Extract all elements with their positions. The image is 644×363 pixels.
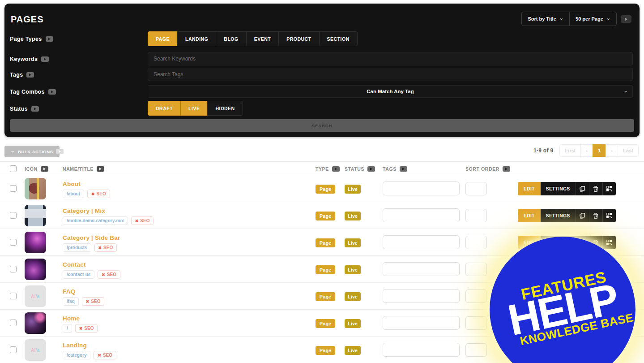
- help-video-icon[interactable]: [332, 166, 340, 172]
- row-sort-order-input[interactable]: [465, 343, 487, 357]
- edit-button[interactable]: EDIT: [518, 209, 541, 222]
- row-thumbnail[interactable]: Al'a: [25, 259, 46, 280]
- row-tags-input[interactable]: [383, 289, 460, 303]
- select-all-checkbox[interactable]: [10, 165, 17, 172]
- row-tags-input[interactable]: [383, 235, 460, 249]
- keywords-input[interactable]: [148, 52, 633, 65]
- pagination-range: 1-9 of 9: [533, 147, 553, 154]
- row-tags-input[interactable]: [383, 343, 460, 357]
- edit-button[interactable]: EDIT: [518, 182, 541, 195]
- type-badge: Page: [316, 265, 335, 274]
- row-thumbnail[interactable]: Al'a: [25, 178, 46, 199]
- pagination-page-1[interactable]: 1: [593, 144, 606, 157]
- help-video-icon[interactable]: [41, 56, 49, 62]
- tab-section[interactable]: SECTION: [319, 31, 358, 46]
- row-tags-input[interactable]: [383, 182, 460, 195]
- row-checkbox[interactable]: [10, 185, 17, 192]
- help-video-icon[interactable]: [367, 166, 375, 172]
- pagination-next[interactable]: ›: [606, 144, 618, 157]
- help-video-icon[interactable]: [26, 72, 34, 78]
- qr-grid-button[interactable]: [602, 182, 616, 195]
- page-name-link[interactable]: Home: [63, 315, 80, 322]
- page-name-link[interactable]: About: [63, 181, 81, 187]
- name-cell: Contact /contact-us ✖ SEO: [63, 260, 120, 279]
- tab-product[interactable]: PRODUCT: [278, 31, 319, 46]
- row-sort-order-input[interactable]: [465, 236, 487, 249]
- qr-grid-icon: [606, 240, 612, 245]
- tag-combos-select[interactable]: Can Match Any Tag ⌄: [148, 85, 633, 98]
- tags-search-input[interactable]: [148, 68, 633, 81]
- row-tags-input[interactable]: [383, 208, 460, 222]
- help-video-icon[interactable]: [400, 166, 407, 172]
- row-checkbox[interactable]: [10, 293, 17, 299]
- tab-blog[interactable]: BLOG: [216, 31, 246, 46]
- row-sort-order-input[interactable]: [465, 290, 487, 303]
- page-name-link[interactable]: Category | Mix: [63, 207, 105, 214]
- page-types-tabs: PAGE LANDING BLOG EVENT PRODUCT SECTION: [148, 31, 633, 46]
- row-thumbnail[interactable]: Al'a: [25, 312, 46, 334]
- help-video-icon[interactable]: [621, 15, 631, 23]
- page-name-link[interactable]: FAQ: [63, 288, 75, 295]
- row-actions: EDIT SETTINGS: [518, 209, 616, 222]
- x-mark-icon: ✖: [79, 326, 83, 331]
- row-checkbox[interactable]: [10, 320, 17, 326]
- seo-badge: ✖ SEO: [94, 351, 116, 359]
- delete-button[interactable]: [589, 182, 602, 195]
- duplicate-button[interactable]: [576, 182, 589, 195]
- row-checkbox[interactable]: [10, 346, 17, 353]
- per-page-dropdown[interactable]: 50 per Page ⌄: [569, 12, 616, 26]
- help-video-icon[interactable]: [97, 166, 104, 172]
- x-mark-icon: ✖: [86, 299, 90, 304]
- qr-grid-button[interactable]: [602, 209, 616, 222]
- help-video-icon[interactable]: [56, 149, 64, 154]
- status-live[interactable]: LIVE: [180, 101, 208, 116]
- status-tabs: DRAFT LIVE HIDDEN: [148, 101, 633, 116]
- slug-badge: /faq: [63, 297, 79, 306]
- tab-page[interactable]: PAGE: [148, 31, 178, 46]
- help-video-icon[interactable]: [46, 36, 53, 42]
- settings-button[interactable]: SETTINGS: [541, 182, 576, 195]
- row-tags-input[interactable]: [383, 316, 460, 330]
- duplicate-button[interactable]: [576, 209, 589, 222]
- qr-grid-icon: [606, 213, 612, 218]
- column-header-tags: TAGS: [383, 162, 407, 176]
- pagination-prev[interactable]: ‹: [580, 144, 593, 157]
- column-header-name: NAME/TITLE: [63, 162, 104, 176]
- type-badge: Page: [316, 346, 335, 355]
- pagination-last[interactable]: Last: [618, 144, 639, 157]
- row-checkbox[interactable]: [10, 212, 17, 219]
- tab-landing[interactable]: LANDING: [177, 31, 216, 46]
- row-checkbox[interactable]: [10, 239, 17, 246]
- row-thumbnail[interactable]: Al'a: [25, 205, 46, 226]
- row-tags-input[interactable]: [383, 262, 460, 276]
- tab-event[interactable]: EVENT: [246, 31, 279, 46]
- delete-button[interactable]: [589, 209, 602, 222]
- row-thumbnail[interactable]: Al'a: [25, 339, 46, 361]
- settings-button[interactable]: SETTINGS: [541, 209, 576, 222]
- search-button[interactable]: SEARCH: [10, 119, 634, 132]
- page-name-link[interactable]: Contact: [63, 261, 86, 268]
- page-name-link[interactable]: Landing: [63, 342, 87, 349]
- sort-by-dropdown[interactable]: Sort by Title ⌄: [522, 12, 569, 26]
- status-draft[interactable]: DRAFT: [148, 101, 181, 116]
- help-video-icon[interactable]: [48, 89, 56, 95]
- row-checkbox[interactable]: [10, 266, 17, 272]
- status-badge: Live: [345, 265, 361, 274]
- row-sort-order-input[interactable]: [465, 209, 487, 222]
- row-sort-order-input[interactable]: [465, 316, 487, 330]
- row-thumbnail[interactable]: Al'a: [25, 232, 46, 253]
- chevron-down-icon: ⌄: [606, 16, 610, 21]
- pagination-first[interactable]: First: [559, 144, 581, 157]
- row-sort-order-input[interactable]: [465, 263, 487, 276]
- bulk-actions-button[interactable]: ⌄ BULK ACTIONS: [4, 146, 60, 157]
- row-thumbnail[interactable]: Al'a: [25, 285, 46, 307]
- qr-grid-button[interactable]: [602, 236, 616, 249]
- x-mark-icon: ✖: [91, 192, 95, 196]
- status-hidden[interactable]: HIDDEN: [207, 101, 243, 116]
- page-name-link[interactable]: Category | Side Bar: [63, 234, 120, 241]
- row-sort-order-input[interactable]: [465, 182, 487, 195]
- trash-icon: [593, 213, 598, 219]
- help-video-icon[interactable]: [41, 166, 48, 172]
- help-video-icon[interactable]: [503, 166, 510, 172]
- help-video-icon[interactable]: [31, 106, 39, 112]
